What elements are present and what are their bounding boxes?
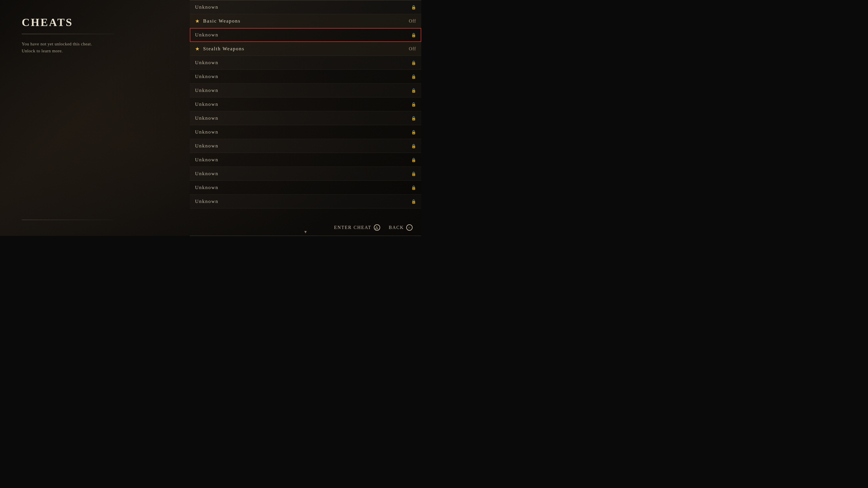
cheat-name: Unknown xyxy=(195,101,218,107)
cheat-item-left: Unknown xyxy=(195,88,218,93)
back-button[interactable]: ○ xyxy=(406,224,412,231)
enter-cheat-action[interactable]: Enter Cheat △ xyxy=(334,224,380,231)
list-item[interactable]: Unknown🔒 xyxy=(190,70,421,84)
list-item[interactable]: Unknown🔒 xyxy=(190,111,421,125)
cheat-item-left: Unknown xyxy=(195,171,218,176)
lock-icon: 🔒 xyxy=(411,172,416,176)
list-item[interactable]: Unknown🔒 xyxy=(190,167,421,181)
cheat-name: Unknown xyxy=(195,60,218,66)
cheat-name: Unknown xyxy=(195,143,218,149)
enter-cheat-button[interactable]: △ xyxy=(374,224,380,231)
left-panel: CHEATS You have not yet unlocked this ch… xyxy=(0,0,182,236)
lock-icon: 🔒 xyxy=(411,199,416,204)
list-item[interactable]: ★Basic WeaponsOff xyxy=(190,14,421,28)
cheat-name: Unknown xyxy=(195,185,218,191)
back-action[interactable]: Back ○ xyxy=(389,224,412,231)
cheat-name: Unknown xyxy=(195,129,218,135)
cheat-item-left: Unknown xyxy=(195,129,218,135)
cheat-status: Off xyxy=(409,46,416,51)
lock-icon: 🔒 xyxy=(411,116,416,121)
cheat-item-left: Unknown xyxy=(195,4,218,10)
cheat-name: Unknown xyxy=(195,32,218,38)
cheat-item-left: Unknown xyxy=(195,60,218,66)
star-icon: ★ xyxy=(195,19,199,24)
cheat-item-left: Unknown xyxy=(195,74,218,79)
cheat-name: Unknown xyxy=(195,74,218,79)
list-item[interactable]: Unknown🔒 xyxy=(190,84,421,97)
list-item[interactable]: Unknown🔒 xyxy=(190,153,421,167)
cheat-item-left: ★Stealth Weapons xyxy=(195,46,245,52)
cheat-item-left: Unknown xyxy=(195,116,218,121)
title-divider xyxy=(22,34,114,34)
lock-icon: 🔒 xyxy=(411,89,416,93)
cheat-name: Unknown xyxy=(195,116,218,121)
cheat-name: Unknown xyxy=(195,88,218,93)
lock-icon: 🔒 xyxy=(411,186,416,190)
list-item[interactable]: Unknown🔒 xyxy=(190,97,421,111)
cheat-item-left: Unknown xyxy=(195,143,218,149)
cheat-item-left: Unknown xyxy=(195,199,218,204)
cheats-list: Unknown🔒★Basic WeaponsOffUnknown🔒★Stealt… xyxy=(190,0,421,229)
cheat-name: Unknown xyxy=(195,157,218,163)
cheat-item-left: ★Basic Weapons xyxy=(195,18,241,24)
list-item[interactable]: ★Stealth WeaponsOff xyxy=(190,42,421,56)
lock-icon: 🔒 xyxy=(411,5,416,9)
bottom-divider xyxy=(22,220,114,220)
cheat-item-left: Unknown xyxy=(195,32,218,38)
page-title: CHEATS xyxy=(22,16,171,29)
cheat-name: Unknown xyxy=(195,4,218,10)
lock-icon: 🔒 xyxy=(411,130,416,134)
lock-icon: 🔒 xyxy=(411,33,416,37)
cheat-item-left: Unknown xyxy=(195,185,218,191)
cheat-name: Unknown xyxy=(195,199,218,204)
list-item[interactable]: Unknown🔒 xyxy=(190,28,421,42)
lock-icon: 🔒 xyxy=(411,61,416,65)
lock-icon: 🔒 xyxy=(411,102,416,107)
scroll-arrow-icon: ▼ xyxy=(304,230,308,234)
lock-icon: 🔒 xyxy=(411,144,416,148)
cheat-item-left: Unknown xyxy=(195,101,218,107)
list-item[interactable]: Unknown🔒 xyxy=(190,139,421,153)
cheat-name: Basic Weapons xyxy=(203,18,241,24)
right-panel: Unknown🔒★Basic WeaponsOffUnknown🔒★Stealt… xyxy=(190,0,421,236)
cheat-name: Unknown xyxy=(195,171,218,176)
description-text: You have not yet unlocked this cheat. Un… xyxy=(22,40,171,54)
list-item[interactable]: Unknown🔒 xyxy=(190,195,421,208)
footer: Enter Cheat △ Back ○ xyxy=(334,224,412,231)
cheat-status: Off xyxy=(409,19,416,24)
lock-icon: 🔒 xyxy=(411,158,416,162)
list-item[interactable]: Unknown🔒 xyxy=(190,125,421,139)
back-label: Back xyxy=(389,225,404,230)
list-item[interactable]: Unknown🔒 xyxy=(190,0,421,14)
lock-icon: 🔒 xyxy=(411,74,416,79)
star-icon: ★ xyxy=(195,46,199,52)
list-item[interactable]: Unknown🔒 xyxy=(190,56,421,70)
cheat-item-left: Unknown xyxy=(195,157,218,163)
list-item[interactable]: Unknown🔒 xyxy=(190,181,421,195)
cheat-name: Stealth Weapons xyxy=(203,46,245,52)
enter-cheat-label: Enter Cheat xyxy=(334,225,371,230)
